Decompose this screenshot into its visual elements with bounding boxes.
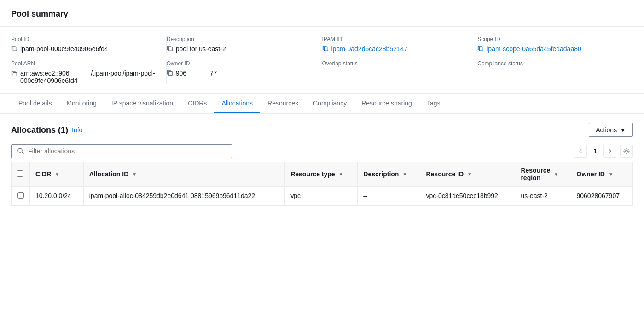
ipam-id-label: IPAM ID xyxy=(322,36,468,42)
page-title: Pool summary xyxy=(11,9,633,19)
svg-rect-4 xyxy=(13,72,17,76)
table-row: 10.20.0.0/24 ipam-pool-alloc-084259db2e0… xyxy=(12,187,633,206)
th-resource-id[interactable]: Resource ID ▼ xyxy=(420,162,515,187)
scope-id-value[interactable]: ipam-scope-0a65da45fedadaa80 xyxy=(477,45,624,53)
ipam-id-value[interactable]: ipam-0ad2d6cac28b52147 xyxy=(322,45,468,53)
allocations-info-link[interactable]: Info xyxy=(72,126,82,134)
overlap-status-cell: Overlap status – xyxy=(322,60,478,84)
pagination-controls: 1 xyxy=(574,145,633,158)
copy-description-icon[interactable] xyxy=(167,45,173,53)
row-resource-region: us-east-2 xyxy=(515,187,571,206)
actions-button[interactable]: Actions ▼ xyxy=(589,123,633,137)
row-owner-id: 906028067907 xyxy=(571,187,632,206)
scope-id-label: Scope ID xyxy=(477,36,624,42)
allocations-header: Allocations (1) Info Actions ▼ xyxy=(11,123,633,137)
svg-rect-1 xyxy=(168,47,172,51)
pool-id-label: Pool ID xyxy=(11,36,157,42)
pool-arn-cell: Pool ARN arn:aws:ec2::906 /.ipam-pool/ip… xyxy=(11,60,167,84)
sort-resource-id-icon: ▼ xyxy=(467,172,472,177)
svg-line-7 xyxy=(22,152,23,154)
svg-rect-5 xyxy=(168,71,172,75)
sort-cidr-icon: ▼ xyxy=(55,172,59,177)
pool-arn-label: Pool ARN xyxy=(11,60,157,67)
tab-compliancy[interactable]: Compliancy xyxy=(306,94,354,113)
tab-pool-details[interactable]: Pool details xyxy=(11,94,59,113)
search-box[interactable] xyxy=(11,144,232,158)
copy-ipam-id-icon[interactable] xyxy=(322,45,329,53)
th-cidr[interactable]: CIDR ▼ xyxy=(30,162,84,187)
row-cidr: 10.20.0.0/24 xyxy=(30,187,84,206)
svg-rect-2 xyxy=(324,47,328,51)
owner-id-label: Owner ID xyxy=(167,60,313,67)
pool-id-cell: Pool ID ipam-pool-000e9fe40906e6fd4 xyxy=(11,36,167,53)
row-resource-id[interactable]: vpc-0c81de50cec18b992 xyxy=(420,187,515,206)
th-description[interactable]: Description ▼ xyxy=(358,162,420,187)
overlap-status-label: Overlap status xyxy=(322,60,468,67)
allocations-content: Allocations (1) Info Actions ▼ xyxy=(0,114,644,215)
table-settings-button[interactable] xyxy=(620,145,633,158)
copy-pool-id-icon[interactable] xyxy=(11,45,17,53)
pool-details-grid: Pool ID ipam-pool-000e9fe40906e6fd4 Desc… xyxy=(0,27,644,94)
row-checkbox[interactable] xyxy=(17,192,24,199)
th-allocation-id[interactable]: Allocation ID ▼ xyxy=(83,162,284,187)
pool-arn-value: arn:aws:ec2::906 /.ipam-pool/ipam-pool-0… xyxy=(11,70,157,84)
copy-pool-arn-icon[interactable] xyxy=(11,70,17,78)
owner-id-value: 906 77 xyxy=(167,70,313,77)
tab-allocations[interactable]: Allocations xyxy=(214,94,260,113)
next-page-button[interactable] xyxy=(603,145,616,158)
th-owner-id[interactable]: Owner ID ▼ xyxy=(571,162,632,187)
compliance-status-value: – xyxy=(477,70,624,77)
scope-id-cell: Scope ID ipam-scope-0a65da45fedadaa80 xyxy=(477,36,633,53)
svg-point-8 xyxy=(626,150,627,152)
sort-owner-id-icon: ▼ xyxy=(609,172,613,177)
tab-resource-sharing[interactable]: Resource sharing xyxy=(354,94,419,113)
search-pagination-row: 1 xyxy=(11,144,633,158)
sort-resource-type-icon: ▼ xyxy=(339,172,343,177)
copy-owner-id-icon[interactable] xyxy=(167,70,173,77)
select-all-checkbox[interactable] xyxy=(17,170,23,177)
overlap-status-value: – xyxy=(322,70,468,77)
compliance-status-label: Compliance status xyxy=(477,60,624,67)
tab-ip-space-visualization[interactable]: IP space visualization xyxy=(104,94,180,113)
search-icon xyxy=(17,147,24,155)
chevron-right-icon xyxy=(608,149,612,153)
svg-rect-0 xyxy=(13,47,17,51)
actions-dropdown-icon: ▼ xyxy=(620,126,626,134)
row-checkbox-cell[interactable] xyxy=(12,187,30,206)
allocations-title-group: Allocations (1) Info xyxy=(11,125,82,135)
th-resource-type[interactable]: Resource type ▼ xyxy=(285,162,358,187)
owner-id-cell: Owner ID 906 77 xyxy=(167,60,322,84)
tab-cidrs[interactable]: CIDRs xyxy=(180,94,214,113)
search-input[interactable] xyxy=(28,147,226,155)
select-all-header[interactable] xyxy=(12,162,30,187)
chevron-left-icon xyxy=(578,149,583,153)
prev-page-button[interactable] xyxy=(574,145,587,158)
sort-description-icon: ▼ xyxy=(402,172,407,177)
tab-resources[interactable]: Resources xyxy=(260,94,306,113)
allocations-title: Allocations (1) xyxy=(11,125,68,135)
row-resource-type: vpc xyxy=(285,187,358,206)
ipam-id-cell: IPAM ID ipam-0ad2d6cac28b52147 xyxy=(322,36,478,53)
description-label: Description xyxy=(167,36,313,42)
tab-monitoring[interactable]: Monitoring xyxy=(59,94,104,113)
pool-id-value: ipam-pool-000e9fe40906e6fd4 xyxy=(11,45,157,53)
tab-tags[interactable]: Tags xyxy=(419,94,448,113)
copy-scope-id-icon[interactable] xyxy=(477,45,484,53)
th-resource-region[interactable]: Resourceregion ▼ xyxy=(515,162,571,187)
tabs-bar: Pool details Monitoring IP space visuali… xyxy=(0,94,644,114)
current-page: 1 xyxy=(589,147,602,155)
description-value: pool for us-east-2 xyxy=(167,45,313,53)
gear-icon xyxy=(623,148,630,154)
sort-resource-region-icon: ▼ xyxy=(554,172,558,177)
row-description: – xyxy=(358,187,420,206)
allocations-table: CIDR ▼ Allocation ID ▼ Resource type xyxy=(11,162,633,206)
description-cell: Description pool for us-east-2 xyxy=(167,36,322,53)
sort-allocation-id-icon: ▼ xyxy=(132,172,137,177)
row-allocation-id: ipam-pool-alloc-084259db2e0d641 08815969… xyxy=(83,187,284,206)
compliance-status-cell: Compliance status – xyxy=(477,60,633,84)
table-header-row: CIDR ▼ Allocation ID ▼ Resource type xyxy=(12,162,633,187)
svg-rect-3 xyxy=(480,47,483,51)
